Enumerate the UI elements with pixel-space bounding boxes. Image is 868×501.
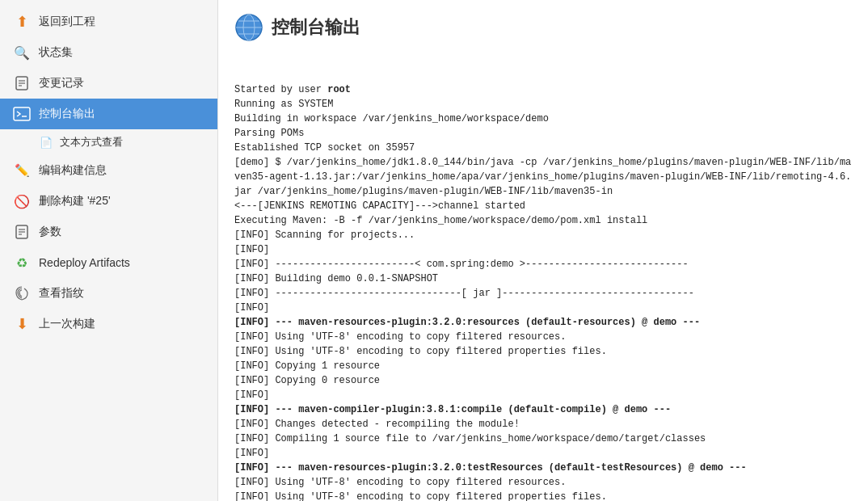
sidebar-item-label: 状态集 bbox=[39, 45, 73, 60]
redeploy-icon: ♻ bbox=[13, 254, 31, 272]
sidebar-item-fingerprint[interactable]: 查看指纹 bbox=[0, 278, 217, 309]
sidebar-item-label: 删除构建 '#25' bbox=[39, 194, 111, 208]
prev-build-icon: ⬇ bbox=[13, 315, 31, 333]
sidebar-item-prev-build[interactable]: ⬇上一次构建 bbox=[0, 309, 217, 339]
sidebar-item-label: 上一次构建 bbox=[39, 317, 95, 331]
sidebar-item-params[interactable]: 参数 bbox=[0, 217, 217, 247]
console-line: [INFO] bbox=[234, 301, 852, 315]
sidebar-item-label: 控制台输出 bbox=[39, 107, 95, 121]
console-line: [INFO] Building demo 0.0.1-SNAPSHOT bbox=[234, 272, 852, 286]
console-line: [INFO] Using 'UTF-8' encoding to copy fi… bbox=[234, 475, 852, 490]
console-line: [INFO] --- maven-resources-plugin:3.2.0:… bbox=[234, 461, 852, 475]
console-line: [demo] $ /var/jenkins_home/jdk1.8.0_144/… bbox=[234, 155, 852, 199]
console-line: [INFO] Compiling 1 source file to /var/j… bbox=[234, 432, 852, 446]
sidebar-item-status[interactable]: 🔍状态集 bbox=[0, 37, 217, 68]
sidebar-item-label: Redeploy Artifacts bbox=[39, 256, 130, 269]
console-line: [INFO] Copying 0 resource bbox=[234, 373, 852, 388]
console-output: Started by user rootRunning as SYSTEMBui… bbox=[234, 53, 852, 501]
console-line: [INFO] --------------------------------[… bbox=[234, 286, 852, 301]
text-view-icon: 📄 bbox=[39, 135, 53, 149]
console-line: [INFO] Using 'UTF-8' encoding to copy fi… bbox=[234, 344, 852, 359]
globe-icon bbox=[234, 13, 263, 42]
page-title-container: 控制台输出 bbox=[234, 13, 852, 42]
fingerprint-icon bbox=[13, 284, 31, 302]
console-line: [INFO] Copying 1 resource bbox=[234, 359, 852, 373]
status-icon: 🔍 bbox=[13, 44, 31, 61]
sidebar-item-label: 编辑构建信息 bbox=[39, 163, 107, 178]
console-line: Building in workspace /var/jenkins_home/… bbox=[234, 112, 852, 126]
params-icon bbox=[13, 223, 31, 241]
sidebar-item-label: 查看指纹 bbox=[39, 286, 84, 301]
console-line: Executing Maven: -B -f /var/jenkins_home… bbox=[234, 213, 852, 228]
sidebar-item-edit-build-info[interactable]: ✏️编辑构建信息 bbox=[0, 155, 217, 186]
changes-icon bbox=[13, 74, 31, 92]
delete-icon: 🚫 bbox=[13, 192, 31, 210]
sidebar-item-label: 文本方式查看 bbox=[60, 135, 123, 149]
edit-icon: ✏️ bbox=[13, 162, 31, 179]
console-line: Parsing POMs bbox=[234, 126, 852, 141]
console-line: [INFO] Using 'UTF-8' encoding to copy fi… bbox=[234, 490, 852, 501]
console-line: [INFO] bbox=[234, 446, 852, 461]
console-line: [INFO] --- maven-resources-plugin:3.2.0:… bbox=[234, 315, 852, 330]
console-line: Established TCP socket on 35957 bbox=[234, 141, 852, 155]
console-line: [INFO] Using 'UTF-8' encoding to copy fi… bbox=[234, 330, 852, 344]
sidebar-item-text-view[interactable]: 📄文本方式查看 bbox=[0, 129, 217, 155]
sidebar: ⬆返回到工程🔍状态集 变更记录 控制台输出📄文本方式查看✏️编辑构建信息🚫删除构… bbox=[0, 0, 218, 501]
sidebar-item-back-to-project[interactable]: ⬆返回到工程 bbox=[0, 6, 217, 37]
sidebar-item-label: 参数 bbox=[39, 225, 61, 239]
console-line: [INFO] ------------------------< com.spr… bbox=[234, 257, 852, 272]
sidebar-item-redeploy-artifacts[interactable]: ♻Redeploy Artifacts bbox=[0, 247, 217, 278]
page-title: 控制台输出 bbox=[272, 15, 360, 40]
back-icon: ⬆ bbox=[13, 13, 31, 31]
main-content: 控制台输出 Started by user rootRunning as SYS… bbox=[218, 0, 868, 501]
console-line: [INFO] Changes detected - recompiling th… bbox=[234, 417, 852, 432]
sidebar-item-changes[interactable]: 变更记录 bbox=[0, 68, 217, 99]
sidebar-item-label: 变更记录 bbox=[39, 76, 84, 91]
sidebar-item-label: 返回到工程 bbox=[39, 15, 95, 29]
console-line: Running as SYSTEM bbox=[234, 97, 852, 112]
console-line: Started by user root bbox=[234, 82, 852, 97]
console-line: [INFO] Scanning for projects... bbox=[234, 228, 852, 242]
console-line: [INFO] bbox=[234, 242, 852, 257]
console-icon bbox=[13, 105, 31, 123]
svg-rect-4 bbox=[14, 107, 30, 120]
console-line: <---[JENKINS REMOTING CAPACITY]--->chann… bbox=[234, 199, 852, 213]
sidebar-item-delete-build[interactable]: 🚫删除构建 '#25' bbox=[0, 186, 217, 217]
sidebar-item-console-output[interactable]: 控制台输出 bbox=[0, 99, 217, 129]
console-line: [INFO] bbox=[234, 388, 852, 402]
console-line: [INFO] --- maven-compiler-plugin:3.8.1:c… bbox=[234, 402, 852, 417]
